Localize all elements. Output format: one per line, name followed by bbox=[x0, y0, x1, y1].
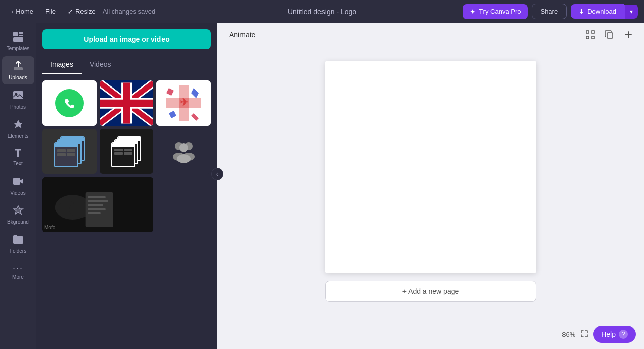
try-canva-pro-button[interactable]: ✦ Try Canva Pro bbox=[463, 4, 528, 19]
zoom-label: 86% bbox=[562, 331, 575, 338]
svg-rect-4 bbox=[14, 67, 23, 70]
help-question-icon: ? bbox=[619, 330, 628, 339]
saved-status: All changes saved bbox=[103, 8, 156, 15]
elements-icon bbox=[13, 119, 24, 131]
canvas-page[interactable] bbox=[325, 61, 536, 273]
svg-rect-1 bbox=[19, 32, 23, 34]
try-canva-pro-label: Try Canva Pro bbox=[479, 8, 521, 15]
add-page-button[interactable]: + Add a new page bbox=[325, 281, 536, 302]
svg-rect-37 bbox=[88, 200, 108, 202]
sidebar-item-uploads-label: Uploads bbox=[9, 75, 27, 80]
home-label: Home bbox=[16, 8, 33, 15]
help-label: Help bbox=[601, 330, 616, 338]
uploads-panel: Upload an image or video Images Videos bbox=[36, 23, 217, 349]
mofo-label: Mofo bbox=[44, 225, 55, 230]
topbar-right: ✦ Try Canva Pro Share ⬇ Download ▾ bbox=[463, 4, 638, 19]
svg-rect-36 bbox=[88, 196, 106, 198]
download-icon: ⬇ bbox=[579, 8, 584, 15]
svg-rect-41 bbox=[586, 31, 589, 33]
hide-panel-button[interactable]: ‹ bbox=[211, 168, 223, 180]
share-label: Share bbox=[540, 8, 558, 15]
sidebar-item-more-label: More bbox=[12, 274, 24, 280]
list-item[interactable]: Mofo bbox=[42, 177, 153, 232]
design-title: Untitled design - Logo bbox=[288, 8, 356, 16]
topbar-left: ‹ Home File ⤢ Resize All changes saved bbox=[6, 5, 155, 18]
svg-text:✈: ✈ bbox=[180, 97, 188, 108]
text-icon: T bbox=[15, 148, 21, 159]
duplicate-button[interactable] bbox=[602, 27, 617, 42]
home-arrow-icon: ‹ bbox=[11, 8, 13, 15]
sidebar-item-templates-label: Templates bbox=[7, 46, 30, 51]
canva-pro-icon: ✦ bbox=[470, 8, 476, 16]
chevron-left-icon: ‹ bbox=[216, 170, 218, 178]
photos-icon bbox=[13, 90, 24, 102]
sidebar-item-elements[interactable]: Elements bbox=[2, 115, 34, 143]
svg-point-27 bbox=[179, 143, 188, 152]
list-item[interactable] bbox=[156, 129, 211, 174]
canvas-toolbar: Animate bbox=[217, 23, 644, 46]
download-button[interactable]: ⬇ Download bbox=[571, 4, 624, 19]
folders-icon bbox=[13, 234, 24, 246]
resize-label: Resize bbox=[75, 8, 96, 15]
list-item[interactable] bbox=[100, 80, 154, 126]
sidebar-item-videos-label: Videos bbox=[10, 190, 25, 196]
topbar: ‹ Home File ⤢ Resize All changes saved U… bbox=[0, 0, 644, 23]
add-page-icon-button[interactable] bbox=[621, 27, 636, 42]
svg-rect-39 bbox=[88, 208, 106, 210]
svg-marker-7 bbox=[14, 120, 23, 128]
panel-tabs: Images Videos bbox=[42, 55, 211, 74]
tab-images[interactable]: Images bbox=[42, 55, 82, 74]
animate-button[interactable]: Animate bbox=[225, 29, 259, 41]
bkground-icon bbox=[13, 205, 24, 217]
sidebar-item-elements-label: Elements bbox=[8, 133, 29, 139]
list-item[interactable]: ✈ bbox=[156, 80, 211, 126]
list-item[interactable] bbox=[42, 80, 97, 126]
svg-rect-43 bbox=[586, 36, 589, 39]
share-button[interactable]: Share bbox=[532, 4, 567, 19]
sidebar-item-bkground-label: Bkground bbox=[7, 219, 29, 225]
download-dropdown-button[interactable]: ▾ bbox=[624, 5, 638, 19]
main-layout: Templates Uploads Photos bbox=[0, 23, 644, 349]
chevron-down-icon: ▾ bbox=[630, 8, 633, 15]
canvas-area: Animate bbox=[217, 23, 644, 349]
file-label: File bbox=[45, 8, 56, 15]
sidebar-item-text-label: Text bbox=[13, 161, 22, 166]
sidebar-item-folders[interactable]: Folders bbox=[2, 230, 34, 258]
sidebar-item-bkground[interactable]: Bkground bbox=[2, 201, 34, 229]
download-group: ⬇ Download ▾ bbox=[571, 4, 638, 19]
list-item[interactable] bbox=[42, 129, 97, 174]
frame-button[interactable] bbox=[583, 27, 598, 42]
sidebar-item-photos[interactable]: Photos bbox=[2, 85, 34, 114]
svg-point-30 bbox=[177, 154, 191, 163]
sidebar: Templates Uploads Photos bbox=[0, 23, 36, 349]
videos-icon bbox=[13, 176, 24, 188]
sidebar-item-text[interactable]: T Text bbox=[2, 144, 34, 170]
resize-button[interactable]: ⤢ Resize bbox=[63, 5, 101, 18]
templates-icon bbox=[13, 31, 24, 44]
canvas-scroll-area[interactable]: + Add a new page bbox=[217, 46, 644, 349]
sidebar-item-templates[interactable]: Templates bbox=[2, 27, 34, 55]
list-item[interactable] bbox=[100, 129, 154, 174]
resize-icon: ⤢ bbox=[68, 8, 73, 15]
download-label: Download bbox=[587, 8, 616, 15]
svg-rect-38 bbox=[88, 204, 103, 206]
svg-rect-2 bbox=[19, 35, 23, 36]
svg-rect-3 bbox=[13, 37, 23, 42]
sidebar-item-videos[interactable]: Videos bbox=[2, 171, 34, 200]
home-button[interactable]: ‹ Home bbox=[6, 5, 38, 18]
more-icon: ··· bbox=[13, 263, 23, 272]
panel-content: ✈ bbox=[36, 74, 217, 349]
svg-rect-40 bbox=[88, 212, 101, 214]
zoom-expand-button[interactable] bbox=[580, 330, 588, 339]
upload-button[interactable]: Upload an image or video bbox=[42, 29, 211, 49]
svg-rect-42 bbox=[592, 31, 594, 33]
help-button[interactable]: Help ? bbox=[593, 326, 636, 343]
sidebar-item-uploads[interactable]: Uploads bbox=[2, 56, 34, 84]
sidebar-item-more[interactable]: ··· More bbox=[2, 259, 34, 284]
svg-rect-8 bbox=[13, 178, 20, 185]
uploads-icon bbox=[13, 60, 24, 73]
tab-videos[interactable]: Videos bbox=[82, 55, 119, 74]
file-button[interactable]: File bbox=[40, 5, 61, 18]
bottom-right: 86% Help ? bbox=[562, 326, 636, 343]
sidebar-item-folders-label: Folders bbox=[10, 248, 26, 254]
